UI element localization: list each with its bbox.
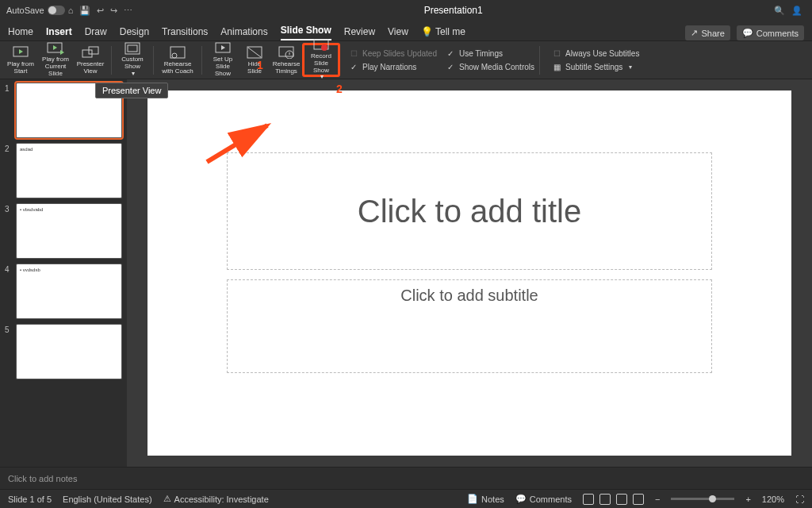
share-button[interactable]: ↗ Share: [685, 25, 730, 40]
svg-point-7: [172, 53, 177, 58]
zoom-slider[interactable]: [671, 498, 734, 500]
more-icon[interactable]: ⋯: [124, 6, 132, 16]
view-icons: [583, 494, 644, 505]
keep-slides-updated-checkbox[interactable]: ☐Keep Slides Updated: [350, 49, 437, 58]
show-media-controls-checkbox[interactable]: ✓Show Media Controls: [446, 63, 534, 71]
tab-insert[interactable]: Insert: [46, 26, 72, 40]
window-title: Presentation1: [424, 5, 483, 16]
accessibility-button[interactable]: ⚠ Accessibility: Investigate: [163, 494, 269, 504]
notes-bar[interactable]: Click to add notes: [0, 467, 812, 489]
reading-view-icon[interactable]: [616, 494, 627, 505]
thumb-5[interactable]: 5: [5, 324, 122, 379]
svg-rect-5: [128, 45, 137, 52]
custom-show-button[interactable]: Custom Show▾: [117, 43, 148, 77]
hide-icon: [246, 45, 263, 60]
coach-icon: [169, 45, 186, 60]
account-icon[interactable]: 👤: [791, 6, 802, 16]
svg-line-10: [248, 48, 261, 57]
always-use-subtitles-checkbox[interactable]: ☐Always Use Subtitles: [553, 49, 639, 58]
body: 1 2 Presenter View 1 2asdad 3• vbsdvabd …: [0, 79, 812, 467]
tab-tellme[interactable]: 💡 Tell me: [421, 26, 465, 40]
statusbar: Slide 1 of 5 English (United States) ⚠ A…: [0, 489, 812, 508]
svg-rect-6: [170, 47, 185, 58]
toggle-off-icon: [48, 6, 65, 15]
thumb-4[interactable]: 4• vvdsdsb: [5, 264, 122, 319]
slide-stage[interactable]: Click to add title Click to add subtitle: [127, 79, 812, 467]
tab-transitions[interactable]: Transitions: [162, 26, 208, 40]
canvas-area: Click to add title Click to add subtitle: [127, 79, 812, 467]
notes-button[interactable]: 📄 Notes: [467, 494, 504, 504]
autosave-label: AutoSave: [6, 6, 44, 15]
play-icon: [12, 45, 29, 60]
record-icon: [312, 39, 330, 52]
slide[interactable]: Click to add title Click to add subtitle: [147, 90, 791, 456]
use-timings-checkbox[interactable]: ✓Use Timings: [446, 49, 534, 58]
setup-icon: [214, 42, 232, 55]
rehearse-timings-button[interactable]: Rehearse Timings: [270, 43, 302, 77]
zoom-level[interactable]: 120%: [762, 495, 784, 504]
presenter-view-tooltip: Presenter View: [95, 83, 168, 98]
custom-show-icon: [124, 42, 141, 55]
zoom-in-button[interactable]: +: [745, 495, 750, 504]
search-icon[interactable]: 🔍: [774, 6, 785, 16]
subtitle-settings-button[interactable]: ▦Subtitle Settings ▾: [553, 63, 639, 71]
title-placeholder[interactable]: Click to add title: [227, 152, 712, 270]
tab-view[interactable]: View: [388, 26, 408, 40]
comments-status-button[interactable]: 💬 Comments: [515, 494, 572, 504]
fit-to-window-button[interactable]: ⛶: [795, 495, 804, 504]
play-from-current-button[interactable]: Play from Current Slide: [36, 43, 75, 77]
undo-icon[interactable]: ↩: [97, 6, 104, 16]
tab-review[interactable]: Review: [344, 26, 375, 40]
redo-icon[interactable]: ↪: [110, 6, 117, 16]
tab-design[interactable]: Design: [120, 26, 149, 40]
slide-panel[interactable]: 1 2asdad 3• vbsdvabd 4• vvdsdsb 5: [0, 79, 127, 467]
play-from-start-button[interactable]: Play from Start: [5, 43, 36, 77]
tab-animations[interactable]: Animations: [220, 26, 267, 40]
svg-point-15: [321, 44, 327, 51]
play-narrations-checkbox[interactable]: ✓Play Narrations: [350, 63, 437, 71]
autosave-toggle[interactable]: AutoSave: [6, 6, 65, 15]
zoom-out-button[interactable]: −: [655, 495, 660, 504]
subtitle-placeholder[interactable]: Click to add subtitle: [227, 279, 712, 373]
language-button[interactable]: English (United States): [63, 495, 152, 504]
home-icon[interactable]: ⌂: [68, 6, 74, 15]
set-up-show-button[interactable]: Set Up Slide Show: [207, 43, 239, 77]
hide-slide-button[interactable]: Hide Slide: [239, 43, 270, 77]
presenter-view-button[interactable]: Presenter View: [75, 43, 106, 77]
sorter-view-icon[interactable]: [599, 494, 611, 505]
thumb-2[interactable]: 2asdad: [5, 143, 122, 198]
normal-view-icon[interactable]: [583, 494, 594, 505]
rehearse-coach-button[interactable]: Rehearse with Coach: [159, 43, 197, 77]
notes-placeholder: Click to add notes: [8, 474, 77, 483]
save-icon[interactable]: 💾: [79, 6, 90, 16]
play-current-icon: [47, 42, 64, 55]
comments-button[interactable]: 💬 Comments: [737, 25, 804, 40]
presenter-icon: [82, 45, 99, 60]
record-slideshow-button[interactable]: Record Slide Show▾: [302, 43, 340, 77]
slide-count[interactable]: Slide 1 of 5: [8, 495, 52, 504]
tab-home[interactable]: Home: [8, 26, 33, 40]
ribbon: Play from Start Play from Current Slide …: [0, 41, 812, 79]
tab-draw[interactable]: Draw: [85, 26, 107, 40]
slideshow-view-icon[interactable]: [633, 494, 644, 505]
ribbon-tabs: Home Insert Draw Design Transitions Anim…: [0, 21, 812, 41]
clock-icon: [278, 45, 295, 60]
thumb-3[interactable]: 3• vbsdvabd: [5, 203, 122, 259]
titlebar: AutoSave ⌂ 💾 ↩ ↪ ⋯ Presentation1 🔍 👤: [0, 0, 812, 21]
